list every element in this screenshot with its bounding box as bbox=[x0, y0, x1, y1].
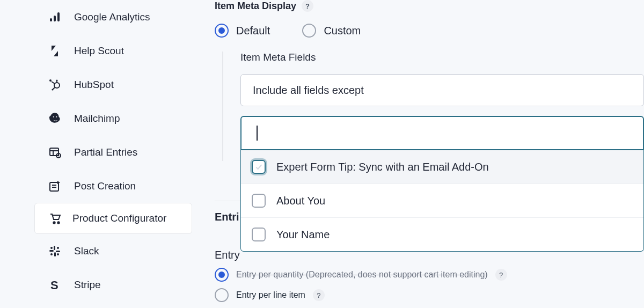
select-value: Include all fields except bbox=[253, 84, 364, 97]
helpscout-icon bbox=[47, 45, 62, 57]
svg-point-3 bbox=[54, 83, 60, 88]
mailchimp-icon bbox=[47, 112, 62, 126]
radio-circle-icon bbox=[215, 268, 229, 282]
radio-default-label: Default bbox=[236, 25, 270, 37]
post-creation-icon bbox=[47, 180, 62, 193]
item-meta-display-text: Item Meta Display bbox=[215, 1, 296, 12]
analytics-icon bbox=[47, 11, 62, 24]
checkbox-icon bbox=[252, 228, 266, 241]
sidebar-item-post-creation[interactable]: Post Creation bbox=[0, 169, 202, 203]
sidebar-item-label: Google Analytics bbox=[74, 11, 150, 23]
radio-entry-per-quantity[interactable]: Entry per quantity (Deprecated, does not… bbox=[215, 268, 644, 282]
dropdown-option[interactable]: About You bbox=[241, 184, 643, 218]
sidebar-item-label: Mailchimp bbox=[74, 113, 120, 124]
radio-entry-per-line[interactable]: Entry per line item ? bbox=[215, 288, 644, 302]
radio-default[interactable]: Default bbox=[215, 24, 270, 38]
meta-fields-search-input[interactable] bbox=[240, 116, 644, 150]
meta-fields-dropdown: Expert Form Tip: Sync with an Email Add-… bbox=[240, 150, 644, 252]
help-icon[interactable]: ? bbox=[313, 289, 325, 301]
stripe-icon: S bbox=[47, 278, 62, 291]
checkbox-icon bbox=[252, 194, 266, 208]
radio-label: Entry per line item bbox=[236, 290, 305, 300]
sidebar-item-mailchimp[interactable]: Mailchimp bbox=[0, 101, 202, 135]
meta-fields-combobox: Expert Form Tip: Sync with an Email Add-… bbox=[240, 116, 644, 150]
sidebar-item-label: Post Creation bbox=[74, 180, 136, 192]
svg-rect-24 bbox=[56, 251, 60, 252]
help-icon[interactable]: ? bbox=[302, 0, 313, 12]
radio-circle-icon bbox=[302, 24, 316, 38]
svg-rect-22 bbox=[49, 250, 54, 252]
svg-point-19 bbox=[53, 222, 55, 223]
dropdown-option-label: Expert Form Tip: Sync with an Email Add-… bbox=[276, 161, 489, 173]
svg-rect-1 bbox=[54, 16, 56, 21]
svg-point-20 bbox=[57, 222, 59, 223]
sidebar-item-partial-entries[interactable]: Partial Entries bbox=[0, 135, 202, 169]
sidebar-item-hubspot[interactable]: HubSpot bbox=[0, 68, 202, 101]
sidebar-item-help-scout[interactable]: Help Scout bbox=[0, 34, 202, 68]
svg-rect-21 bbox=[54, 246, 55, 250]
svg-point-4 bbox=[49, 79, 52, 82]
dropdown-option-label: Your Name bbox=[276, 229, 330, 241]
sidebar-item-label: Partial Entries bbox=[74, 146, 137, 158]
item-meta-fields-group: Item Meta Fields Include all fields exce… bbox=[222, 52, 644, 161]
meta-fields-mode-select[interactable]: Include all fields except bbox=[240, 74, 644, 106]
sidebar-item-slack[interactable]: Slack bbox=[0, 234, 202, 268]
sidebar-item-stripe[interactable]: S Stripe bbox=[0, 268, 202, 302]
sidebar-item-label: Stripe bbox=[74, 279, 101, 291]
sidebar-item-label: Product Configurator bbox=[72, 212, 166, 224]
svg-rect-2 bbox=[57, 12, 60, 21]
dropdown-option[interactable]: Expert Form Tip: Sync with an Email Add-… bbox=[241, 150, 643, 184]
svg-point-25 bbox=[50, 247, 53, 249]
cart-icon bbox=[48, 212, 63, 225]
help-icon[interactable]: ? bbox=[495, 269, 507, 281]
sidebar-item-google-analytics[interactable]: Google Analytics bbox=[0, 0, 202, 34]
svg-point-28 bbox=[57, 253, 59, 255]
radio-circle-icon bbox=[215, 24, 229, 38]
radio-custom[interactable]: Custom bbox=[302, 24, 361, 38]
svg-rect-0 bbox=[50, 18, 52, 21]
checkbox-icon bbox=[252, 160, 266, 174]
svg-line-5 bbox=[52, 82, 55, 84]
sidebar: Google Analytics Help Scout HubSpot Mail… bbox=[0, 0, 202, 308]
dropdown-option-label: About You bbox=[276, 195, 325, 207]
dropdown-option[interactable]: Your Name bbox=[241, 218, 643, 251]
partial-entries-icon bbox=[47, 146, 62, 159]
hubspot-icon bbox=[47, 78, 62, 91]
svg-point-27 bbox=[50, 253, 53, 255]
slack-icon bbox=[47, 245, 62, 258]
sidebar-item-label: Help Scout bbox=[74, 45, 124, 57]
sidebar-item-label: HubSpot bbox=[74, 79, 114, 91]
svg-line-9 bbox=[53, 87, 55, 89]
svg-point-26 bbox=[57, 247, 59, 249]
svg-rect-23 bbox=[54, 252, 56, 256]
main-panel: Item Meta Display ? Default Custom Item … bbox=[215, 0, 644, 308]
svg-text:S: S bbox=[50, 278, 58, 291]
radio-circle-icon bbox=[215, 288, 229, 302]
sidebar-item-product-configurator[interactable]: Product Configurator bbox=[34, 203, 192, 234]
item-meta-fields-label: Item Meta Fields bbox=[240, 52, 644, 63]
item-meta-display-options: Default Custom bbox=[215, 24, 644, 38]
radio-label: Entry per quantity (Deprecated, does not… bbox=[236, 270, 488, 280]
text-cursor-icon bbox=[257, 126, 258, 141]
radio-custom-label: Custom bbox=[324, 25, 361, 37]
sidebar-item-label: Slack bbox=[74, 245, 99, 257]
item-meta-display-label: Item Meta Display ? bbox=[215, 0, 644, 12]
